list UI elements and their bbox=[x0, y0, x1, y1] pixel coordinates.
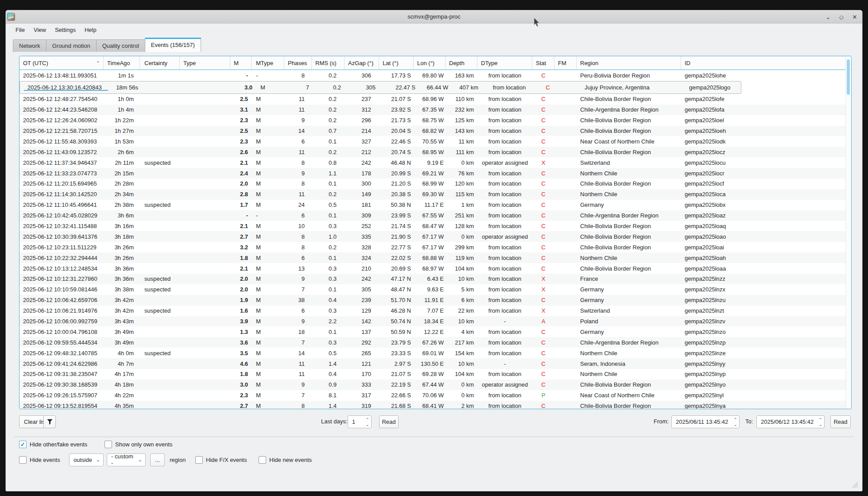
column-header-region[interactable]: Region bbox=[577, 56, 681, 70]
column-header-rms-s[interactable]: RMS (s) bbox=[312, 56, 345, 70]
checkbox-box[interactable] bbox=[195, 456, 203, 464]
cell-dtype: from location bbox=[477, 200, 532, 210]
tab-ground-motion[interactable]: Ground motion bbox=[46, 39, 97, 52]
event-row[interactable]: 2025-06-12 11:33:23.0747732h 15m2.4M91.1… bbox=[19, 168, 846, 178]
event-row[interactable]: 2025-06-12 11:10:45.4966412h 38msuspecte… bbox=[19, 200, 846, 210]
event-row[interactable]: 2025-06-12 11:55:48.3093931h 53m2.3M60.1… bbox=[19, 136, 846, 147]
cell-rms-s: 0.8 bbox=[312, 157, 345, 168]
column-header-depth[interactable]: Depth bbox=[446, 56, 477, 70]
cell-m: 2.5 bbox=[230, 126, 252, 136]
close-icon[interactable]: ✕ bbox=[851, 13, 859, 21]
minimize-icon[interactable]: ⌄ bbox=[824, 13, 832, 21]
event-row[interactable]: 2025-06-12 09:41:24.6229864h 7m4.6M111.4… bbox=[19, 358, 846, 369]
vertical-scrollbar[interactable] bbox=[845, 57, 851, 408]
event-row[interactable]: 2025-06-12 10:06:00.9927593h 43m3.9M92.2… bbox=[19, 316, 846, 327]
cell-timeago: 3h 49m bbox=[104, 337, 140, 348]
column-header-ot-utc[interactable]: OT (UTC)⌄ bbox=[19, 56, 104, 70]
event-row[interactable]: 2025-06-12 12:26:24.0609021h 22m2.3M90.2… bbox=[19, 115, 846, 126]
event-row[interactable]: 2025-06-12 09:30:38.1685394h 18m3.0M90.9… bbox=[19, 380, 846, 390]
show-only-own-checkbox[interactable]: Show only own events bbox=[105, 441, 172, 448]
hide-new-checkbox[interactable]: Hide new events bbox=[259, 456, 312, 464]
column-header-dtype[interactable]: DType bbox=[477, 56, 532, 70]
read-range-button[interactable]: Read bbox=[830, 415, 851, 428]
column-header-type[interactable]: Type bbox=[180, 56, 230, 70]
cell-rms-s: 0.5 bbox=[312, 200, 345, 210]
cell-lat: 20.69 S bbox=[379, 263, 414, 274]
read-button[interactable]: Read bbox=[379, 415, 399, 428]
filter-button[interactable] bbox=[43, 415, 56, 428]
column-header-timeago[interactable]: TimeAgo bbox=[104, 56, 140, 70]
scrollbar-thumb[interactable] bbox=[847, 59, 850, 95]
cell-phases: 13 bbox=[284, 263, 312, 274]
maximize-icon[interactable]: ◇ bbox=[837, 13, 845, 21]
event-row[interactable]: 2025-06-12 09:48:32.1407854h 0msuspected… bbox=[19, 348, 846, 358]
menu-item-help[interactable]: Help bbox=[80, 25, 101, 35]
event-row[interactable]: 2025-06-12 10:32:41.1154883h 16m2.1M100.… bbox=[19, 221, 846, 232]
menu-item-settings[interactable]: Settings bbox=[50, 25, 80, 35]
column-header-phases[interactable]: Phases bbox=[284, 56, 312, 70]
event-row[interactable]: 2025-06-12 10:06:42.6597063h 42m1.9M380.… bbox=[19, 295, 846, 306]
event-row[interactable]: 2025-06-12 10:23:11.5112293h 26m3.2M80.2… bbox=[19, 242, 846, 252]
event-row[interactable]: 2025-06-12 09:26:15.5759074h 22m2.3M78.1… bbox=[19, 390, 846, 401]
cell-lat: 48.47 N bbox=[379, 284, 414, 295]
event-row[interactable]: 2025-06-12 12:44:23.5462081h 4m3.1M110.2… bbox=[19, 105, 846, 115]
event-row[interactable]: 2025-06-12 13:30:16.42084318m 56s3.0M70.… bbox=[19, 81, 741, 94]
column-header-fm[interactable]: FM bbox=[554, 56, 577, 70]
event-row[interactable]: 2025-06-12 10:00:04.7961083h 49m1.3M180.… bbox=[19, 326, 846, 337]
event-row[interactable]: 2025-06-12 10:22:32.2944443h 26m1.8M60.1… bbox=[19, 252, 846, 263]
checkbox-box[interactable] bbox=[259, 456, 266, 464]
column-header-certainty[interactable]: Certainty bbox=[140, 56, 180, 70]
event-row[interactable]: 2025-06-12 10:42:45.0280293h 6m--60.1309… bbox=[19, 210, 846, 221]
column-header-lat[interactable]: Lat (°) bbox=[379, 56, 414, 70]
checkbox-box[interactable] bbox=[105, 441, 112, 448]
column-header-stat[interactable]: Stat bbox=[532, 56, 554, 70]
event-row[interactable]: 2025-06-12 12:21:58.7207151h 27m2.5M140.… bbox=[19, 126, 846, 136]
cell-type bbox=[180, 242, 230, 252]
event-row[interactable]: 2025-06-12 10:13:12.2485343h 36m2.1M130.… bbox=[19, 263, 846, 274]
cell-phases: 11 bbox=[284, 358, 312, 369]
event-row[interactable]: 2025-06-12 10:10:59.0814463h 38msuspecte… bbox=[19, 284, 846, 295]
to-datetime-field[interactable]: 2025/06/12 13:45:42 ⌃⌄ bbox=[756, 415, 825, 428]
event-row[interactable]: 2025-06-12 13:48:11.9930511m 1s--80.2306… bbox=[19, 70, 846, 81]
event-row[interactable]: 2025-06-12 10:30:39.6413763h 18m2.7M81.0… bbox=[19, 231, 846, 242]
event-row[interactable]: 2025-06-12 11:20:15.6949652h 28m2.0M80.1… bbox=[19, 178, 846, 189]
titlebar[interactable]: scmvx@gempa-proc ⌄ ◇ ✕ bbox=[6, 10, 862, 23]
size-grip-icon[interactable] bbox=[851, 480, 859, 488]
region-more-button[interactable]: ... bbox=[150, 453, 165, 466]
event-row[interactable]: 2025-06-12 09:13:52.8195544h 35m2.7M81.4… bbox=[19, 401, 846, 409]
event-row[interactable]: 2025-06-12 11:14:30.1425202h 34m2.8M110.… bbox=[19, 189, 846, 200]
event-row[interactable]: 2025-06-12 11:37:34.9464372h 11msuspecte… bbox=[19, 157, 846, 168]
tab-events-156-157[interactable]: Events (156/157) bbox=[145, 38, 201, 52]
cell-depth: 111 km bbox=[446, 147, 477, 157]
event-row[interactable]: 2025-06-12 09:59:55.4445343h 49m3.6M70.3… bbox=[19, 337, 846, 348]
event-row[interactable]: 2025-06-12 10:12:31.2278603h 36msuspecte… bbox=[19, 274, 846, 284]
tab-quality-control[interactable]: Quality control bbox=[96, 39, 145, 52]
cell-fm bbox=[554, 390, 577, 401]
column-header-lon[interactable]: Lon (°) bbox=[414, 56, 446, 70]
event-row[interactable]: 2025-06-12 12:48:27.7545401h 0m2.5M110.2… bbox=[19, 94, 846, 105]
column-header-id[interactable]: ID bbox=[681, 56, 846, 70]
column-header-mtype[interactable]: MType bbox=[252, 56, 284, 70]
cell-depth: 163 km bbox=[446, 70, 477, 81]
event-row[interactable]: 2025-06-12 11:43:09.1235722h 6m2.6M110.2… bbox=[19, 147, 846, 157]
region-preset-dropdown[interactable]: - custom - ⌄ bbox=[107, 453, 146, 466]
hide-events-checkbox[interactable]: Hide events bbox=[19, 456, 60, 464]
event-row[interactable]: 2025-06-12 09:31:38.2350474h 17m1.8M110.… bbox=[19, 369, 846, 380]
cell-timeago: 4h 18m bbox=[104, 380, 140, 390]
cell-azgap: 121 bbox=[345, 358, 379, 369]
event-row[interactable]: 2025-06-12 10:06:21.9149763h 42msuspecte… bbox=[19, 306, 846, 316]
hide-fx-checkbox[interactable]: Hide F/X events bbox=[195, 456, 247, 464]
menu-item-view[interactable]: View bbox=[29, 25, 50, 35]
checkbox-box[interactable] bbox=[19, 441, 27, 448]
column-header-m[interactable]: M bbox=[230, 56, 252, 70]
cell-depth: 104 km bbox=[446, 263, 477, 274]
column-header-azgap[interactable]: AzGap (°) bbox=[345, 56, 379, 70]
checkbox-box[interactable] bbox=[19, 456, 27, 464]
last-days-spinbox[interactable]: 1 ⌃⌄ bbox=[348, 415, 372, 428]
outside-dropdown[interactable]: outside ⌄ bbox=[69, 453, 104, 466]
cell-phases: 7 bbox=[284, 337, 312, 348]
menu-item-file[interactable]: File bbox=[11, 25, 29, 35]
from-datetime-field[interactable]: 2025/06/11 13:45:42 ⌃⌄ bbox=[671, 415, 740, 428]
hide-other-fake-checkbox[interactable]: Hide other/fake events bbox=[19, 441, 87, 448]
tab-network[interactable]: Network bbox=[13, 39, 46, 52]
